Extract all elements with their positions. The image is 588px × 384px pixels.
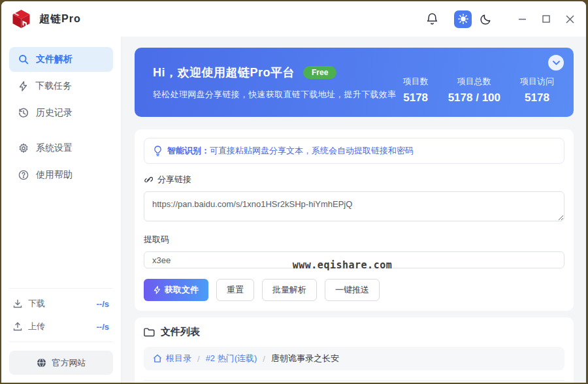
file-table-header: 文件名 大小 操作	[144, 380, 564, 383]
extract-code-label: 提取码	[144, 234, 564, 246]
download-speed-row: 下载 --/s	[13, 298, 109, 310]
stat-project-visits: 项目访问 5178	[520, 76, 554, 104]
speed-panel: 下载 --/s 上传 --/s	[9, 288, 113, 342]
welcome-banner: Hi，欢迎使用超链Pro平台 Free 轻松处理网盘分享链接，快速获取直链下载地…	[135, 48, 574, 117]
banner-title: Hi，欢迎使用超链Pro平台	[153, 65, 295, 80]
dark-theme-moon-icon[interactable]	[480, 13, 492, 25]
maximize-icon[interactable]	[542, 15, 550, 23]
close-icon[interactable]	[566, 15, 574, 24]
minimize-icon[interactable]	[518, 15, 527, 24]
app-title: 超链Pro	[39, 12, 81, 26]
download-speed-label: 下载	[28, 298, 45, 310]
banner-collapse-button[interactable]	[548, 55, 564, 71]
app-logo-icon	[12, 9, 31, 29]
share-link-input[interactable]: https://pan.baidu.com/s/1xno1HSr2kSHp-hi…	[144, 191, 564, 221]
parse-form-card: 智能识别：可直接粘贴网盘分享文本，系统会自动提取链接和密码 分享链接 https…	[135, 129, 574, 311]
bolt-icon	[154, 285, 161, 295]
sidebar: 文件解析 下载任务 历史记录	[1, 37, 122, 383]
breadcrumb-separator: /	[263, 354, 265, 364]
smart-recognition-tip: 智能识别：可直接粘贴网盘分享文本，系统会自动提取链接和密码	[144, 138, 564, 164]
breadcrumb-folder-link[interactable]: #2 热门(连载)	[206, 353, 257, 364]
banner-stats: 项目数 5178 项目总数 5178 / 100 项目访问 5178	[403, 76, 557, 104]
sidebar-item-file-parse[interactable]: 文件解析	[9, 47, 113, 72]
main-content: Hi，欢迎使用超链Pro平台 Free 轻松处理网盘分享链接，快速获取直链下载地…	[122, 37, 586, 383]
sidebar-item-label: 下载任务	[35, 80, 72, 92]
download-speed-value: --/s	[97, 299, 110, 309]
download-icon	[13, 299, 22, 308]
link-icon	[144, 175, 153, 184]
tip-title: 智能识别：	[167, 146, 210, 155]
notification-bell-icon[interactable]	[426, 12, 438, 25]
breadcrumb-root-link[interactable]: 根目录	[153, 353, 191, 364]
stat-project-count: 项目数 5178	[403, 76, 429, 104]
chevron-down-icon	[553, 61, 560, 65]
batch-parse-button[interactable]: 批量解析	[262, 279, 317, 301]
sidebar-item-label: 历史记录	[36, 107, 73, 119]
app-window: 超链Pro	[1, 1, 586, 383]
sidebar-item-help[interactable]: 使用帮助	[9, 163, 113, 187]
fetch-files-button[interactable]: 获取文件	[144, 279, 208, 301]
sidebar-item-label: 使用帮助	[36, 169, 73, 181]
question-icon	[18, 170, 29, 180]
tip-text: 智能识别：可直接粘贴网盘分享文本，系统会自动提取链接和密码	[167, 145, 414, 157]
globe-icon	[37, 358, 46, 368]
sidebar-item-history[interactable]: 历史记录	[9, 101, 113, 125]
breadcrumb-current: 唐朝诡事录之长安	[271, 353, 339, 364]
breadcrumb: 根目录 / #2 热门(连载) / 唐朝诡事录之长安	[144, 347, 564, 370]
file-list-card: 文件列表 根目录 / #2 热门(连载) / 唐朝诡事	[135, 317, 574, 383]
stat-project-total: 项目总数 5178 / 100	[448, 76, 500, 104]
file-list-title: 文件列表	[161, 326, 200, 338]
free-badge: Free	[303, 66, 336, 79]
sidebar-item-download-tasks[interactable]: 下载任务	[9, 74, 113, 99]
theme-toggle	[454, 10, 492, 28]
lightbulb-icon	[154, 146, 162, 157]
history-icon	[18, 108, 29, 118]
upload-speed-row: 上传 --/s	[13, 321, 109, 332]
upload-icon	[13, 322, 22, 331]
bolt-icon	[18, 81, 28, 91]
sidebar-item-settings[interactable]: 系统设置	[9, 136, 113, 161]
folder-icon	[144, 327, 155, 337]
titlebar: 超链Pro	[1, 1, 586, 37]
upload-speed-label: 上传	[28, 321, 45, 332]
home-icon	[153, 354, 162, 363]
share-link-label: 分享链接	[144, 174, 564, 185]
file-list-header: 文件列表	[144, 326, 564, 338]
official-website-label: 官方网站	[52, 357, 86, 369]
extract-code-input[interactable]	[144, 251, 564, 268]
upload-speed-value: --/s	[97, 322, 110, 332]
light-theme-sun-icon[interactable]	[454, 10, 472, 28]
official-website-button[interactable]: 官方网站	[9, 351, 113, 375]
sidebar-group-gap	[9, 127, 113, 136]
gear-icon	[18, 143, 29, 153]
breadcrumb-separator: /	[197, 354, 200, 364]
banner-subtitle: 轻松处理网盘分享链接，快速获取直链下载地址，提升下载效率	[153, 89, 396, 101]
sidebar-item-label: 文件解析	[36, 54, 73, 65]
search-icon	[18, 54, 29, 65]
sidebar-item-label: 系统设置	[36, 142, 73, 154]
reset-button[interactable]: 重置	[216, 279, 254, 301]
one-key-push-button[interactable]: 一键推送	[325, 279, 380, 301]
